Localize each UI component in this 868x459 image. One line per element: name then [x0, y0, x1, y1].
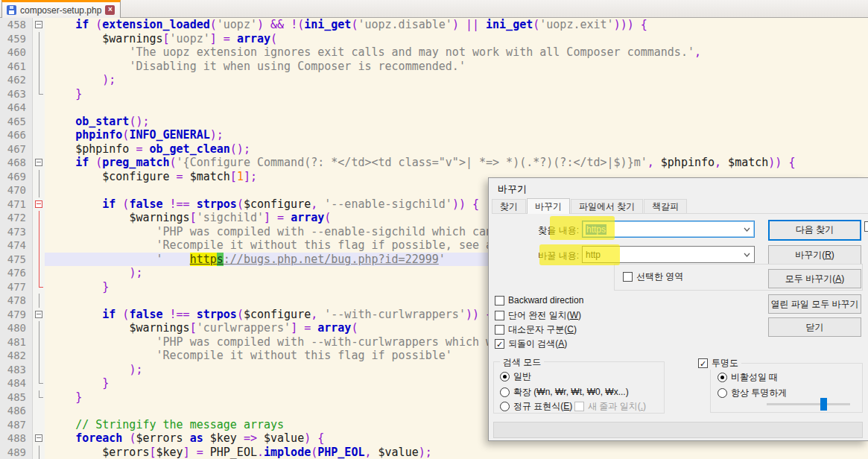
fold-margin — [33, 418, 45, 432]
radio-transparency-always[interactable]: 항상 투명하게 — [717, 387, 787, 399]
code-line[interactable]: 462 ); — [0, 73, 868, 87]
fold-margin — [33, 238, 45, 253]
line-number: 480 — [0, 321, 33, 335]
radio-search-mode-regex[interactable]: 정규 표현식(E) — [500, 400, 572, 413]
checkbox-whole-word[interactable]: 단어 완전 일치(W) — [495, 309, 581, 322]
fold-marker-icon[interactable] — [33, 308, 45, 322]
checkbox-box — [495, 296, 504, 306]
fold-margin — [33, 404, 45, 418]
checkbox-box — [623, 272, 633, 282]
checkbox-label: Backward direction — [508, 295, 583, 306]
radio-transparency-on-losing-focus[interactable]: 비활성일 때 — [717, 371, 778, 384]
code-line[interactable]: 461 'Disabling it when using Composer is… — [0, 60, 868, 74]
replace-all-button[interactable]: 모두 바꾸기(A) — [768, 269, 861, 288]
fold-marker-icon[interactable] — [33, 431, 45, 446]
find-what-combobox[interactable]: https — [582, 221, 755, 238]
radio-label: 일반 — [513, 370, 531, 383]
line-number: 487 — [0, 418, 33, 432]
dialog-title: 바꾸기 — [498, 183, 527, 196]
check-icon: ✓ — [496, 340, 503, 349]
clipped-control — [864, 221, 868, 232]
find-next-button[interactable]: 다음 찾기 — [768, 220, 861, 241]
checkbox-in-selection[interactable]: 선택한 영역 — [623, 270, 683, 283]
radio-search-mode-extended[interactable]: 확장 (₩n, ₩r, ₩t, ₩0, ₩x...) — [500, 386, 629, 399]
line-number: 477 — [0, 280, 33, 294]
replace-button[interactable]: 바꾸기(R) — [768, 245, 861, 265]
code-text: } — [45, 87, 868, 101]
fold-margin — [33, 390, 45, 405]
close-button[interactable]: 닫기 — [768, 317, 861, 337]
line-number: 463 — [0, 87, 33, 101]
radio-circle — [500, 372, 510, 382]
code-text: ); — [45, 73, 868, 87]
code-text: phpinfo(INFO_GENERAL); — [45, 128, 868, 142]
replace-with-combobox[interactable]: http — [582, 246, 755, 263]
line-number: 476 — [0, 266, 33, 280]
code-line[interactable]: 459 $warnings['uopz'] = array( — [0, 32, 868, 46]
checkbox-dot-matches-newline[interactable]: 새 줄과 일치(.) — [574, 400, 646, 413]
replace-dialog: 바꾸기 찾기 바꾸기 파일에서 찾기 책갈피 찾을 내용: https 다음 찾… — [488, 177, 868, 441]
code-line[interactable]: 466 phpinfo(INFO_GENERAL); — [0, 128, 868, 142]
line-number: 482 — [0, 349, 33, 363]
chevron-down-icon[interactable] — [744, 227, 750, 232]
close-icon[interactable]: × — [105, 5, 115, 15]
checkbox-label: 투명도 — [712, 357, 738, 370]
transparency-slider-track[interactable] — [767, 403, 850, 405]
fold-margin — [33, 115, 45, 129]
line-number: 479 — [0, 308, 33, 322]
code-line[interactable]: 465 ob_start(); — [0, 115, 868, 129]
fold-marker-icon[interactable] — [33, 18, 45, 32]
fold-margin — [33, 321, 45, 335]
checkbox-backward-direction[interactable]: Backward direction — [495, 295, 583, 306]
line-number: 481 — [0, 335, 33, 349]
fold-marker-icon[interactable] — [33, 156, 45, 170]
radio-search-mode-normal[interactable]: 일반 — [500, 370, 531, 383]
code-line[interactable]: 464 — [0, 101, 868, 115]
code-text: $phpinfo = ob_get_clean(); — [45, 142, 868, 156]
code-text: if (extension_loaded('uopz') && !(ini_ge… — [45, 18, 868, 32]
transparency-slider-thumb[interactable] — [820, 398, 827, 411]
replace-all-open-docs-button[interactable]: 열린 파일 모두 바꾸기 — [768, 294, 861, 314]
code-text: 'Disabling it when using Composer is rec… — [45, 60, 868, 74]
line-number: 484 — [0, 376, 33, 390]
fold-margin — [33, 128, 45, 142]
replace-with-label: 바꿀 내용: — [518, 250, 579, 262]
fold-margin — [33, 183, 45, 197]
line-number: 478 — [0, 294, 33, 308]
code-line[interactable]: 489 $errors[$key] = PHP_EOL.implode(PHP_… — [0, 446, 868, 459]
checkbox-label: 선택한 영역 — [636, 270, 683, 283]
fold-marker-icon[interactable] — [33, 197, 45, 212]
search-mode-group-label: 검색 모드 — [500, 356, 544, 369]
code-line[interactable]: 458 if (extension_loaded('uopz') && !(in… — [0, 18, 868, 32]
fold-margin — [33, 101, 45, 115]
fold-margin — [33, 170, 45, 184]
tab-bar: composer-setup.php × — [0, 0, 868, 18]
tab-find[interactable]: 찾기 — [492, 199, 526, 213]
fold-margin — [33, 45, 45, 60]
tab-mark[interactable]: 책갈피 — [644, 199, 687, 213]
chevron-down-icon[interactable] — [744, 253, 750, 257]
line-number: 469 — [0, 170, 33, 184]
fold-margin — [33, 32, 45, 46]
fold-margin — [33, 60, 45, 74]
checkbox-match-case[interactable]: 대소문자 구분(C) — [495, 323, 577, 336]
code-line[interactable]: 468 if (preg_match('{Configure Command(?… — [0, 156, 868, 170]
checkbox-wrap-around[interactable]: ✓ 되돌이 검색(A) — [495, 338, 567, 350]
code-line[interactable]: 460 'The uopz extension ignores exit cal… — [0, 45, 868, 60]
fold-margin — [33, 266, 45, 280]
tab-composer-setup-php[interactable]: composer-setup.php × — [1, 0, 121, 18]
checkbox-transparency[interactable]: ✓ 투명도 — [698, 357, 741, 370]
replace-with-value: http — [586, 250, 601, 260]
radio-circle — [500, 402, 510, 411]
code-line[interactable]: 463 } — [0, 87, 868, 101]
code-text: 'The uopz extension ignores exit calls a… — [45, 45, 868, 60]
checkbox-label: 새 줄과 일치(.) — [588, 400, 646, 413]
fold-margin — [33, 363, 45, 377]
code-line[interactable]: 467 $phpinfo = ob_get_clean(); — [0, 142, 868, 156]
line-number: 462 — [0, 73, 33, 87]
line-number: 475 — [0, 253, 33, 267]
tab-replace[interactable]: 바꾸기 — [527, 198, 570, 214]
tab-find-in-files[interactable]: 파일에서 찾기 — [571, 199, 643, 213]
code-text: $errors[$key] = PHP_EOL.implode(PHP_EOL,… — [45, 446, 868, 459]
fold-margin — [33, 225, 45, 239]
